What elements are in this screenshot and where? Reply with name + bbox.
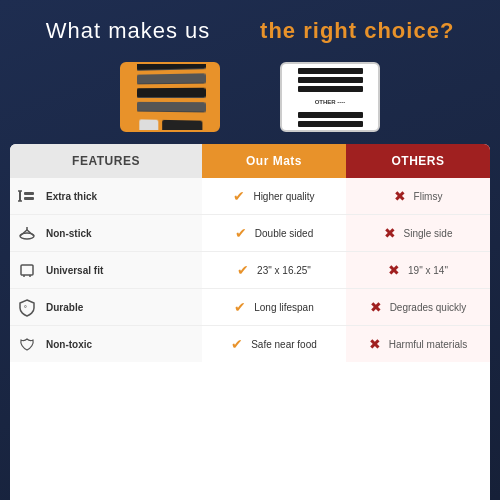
svg-text:°: ° xyxy=(24,305,27,312)
title-part1: What makes us xyxy=(46,18,211,43)
svg-rect-3 xyxy=(24,192,34,195)
check-icon: ✔ xyxy=(234,299,246,315)
thick-icon xyxy=(16,185,38,207)
th-others: OTHERS xyxy=(346,144,490,178)
main-container: What makes us the right choice? xyxy=(0,0,500,500)
other-stack: OTHER ---- xyxy=(298,68,363,127)
check-icon: ✔ xyxy=(231,336,243,352)
feature-label: Universal fit xyxy=(46,265,103,276)
feature-label: Non-toxic xyxy=(46,339,92,350)
other-value-text: 19" x 14" xyxy=(408,265,448,276)
feature-cell-0: Extra thick xyxy=(10,178,202,215)
table-row: Extra thick ✔ Higher quality ✖ Flimsy xyxy=(10,178,490,215)
feature-label: Non-stick xyxy=(46,228,92,239)
other-value-3: ✖ Degrades quickly xyxy=(346,289,490,326)
svg-rect-7 xyxy=(21,265,33,275)
header-section: What makes us the right choice? xyxy=(0,0,500,54)
nontoxic-icon xyxy=(16,333,38,355)
feature-label: Durable xyxy=(46,302,83,313)
durable-icon: ° xyxy=(16,296,38,318)
other-value-text: Harmful materials xyxy=(389,339,467,350)
th-features: FEATURES xyxy=(10,144,202,178)
our-value-text: 23" x 16.25" xyxy=(257,265,311,276)
nonstick-icon xyxy=(16,222,38,244)
feature-label: Extra thick xyxy=(46,191,97,202)
cross-icon: ✖ xyxy=(394,188,406,204)
other-value-4: ✖ Harmful materials xyxy=(346,326,490,363)
cross-icon: ✖ xyxy=(370,299,382,315)
other-layer-4 xyxy=(298,112,363,118)
other-layer-2 xyxy=(298,77,363,83)
other-value-0: ✖ Flimsy xyxy=(346,178,490,215)
check-icon: ✔ xyxy=(233,188,245,204)
feature-cell-2: Universal fit xyxy=(10,252,202,289)
feature-cell-4: Non-toxic xyxy=(10,326,202,363)
other-value-1: ✖ Single side xyxy=(346,215,490,252)
our-product-image xyxy=(120,62,220,132)
feature-cell-1: Non-stick xyxy=(10,215,202,252)
our-value-text: Safe near food xyxy=(251,339,317,350)
other-product-image: OTHER ---- xyxy=(280,62,380,132)
header-title: What makes us the right choice? xyxy=(20,18,480,44)
universal-icon xyxy=(16,259,38,281)
svg-rect-4 xyxy=(24,197,34,200)
images-row: OTHER ---- xyxy=(0,54,500,144)
table-row: ° Durable ✔ Long lifespan ✖ Degrades qui… xyxy=(10,289,490,326)
other-value-text: Flimsy xyxy=(414,191,443,202)
table-header-row: FEATURES Our Mats OTHERS xyxy=(10,144,490,178)
table-row: Non-toxic ✔ Safe near food ✖ Harmful mat… xyxy=(10,326,490,363)
our-value-1: ✔ Double sided xyxy=(202,215,346,252)
our-value-2: ✔ 23" x 16.25" xyxy=(202,252,346,289)
mat-layer-2 xyxy=(137,73,206,84)
our-value-3: ✔ Long lifespan xyxy=(202,289,346,326)
check-icon: ✔ xyxy=(235,225,247,241)
comparison-table: FEATURES Our Mats OTHERS Extra thick ✔ H… xyxy=(10,144,490,362)
title-highlight: the right choice? xyxy=(260,18,454,43)
our-value-0: ✔ Higher quality xyxy=(202,178,346,215)
table-row: Non-stick ✔ Double sided ✖ Single side xyxy=(10,215,490,252)
check-icon: ✔ xyxy=(237,262,249,278)
other-value-2: ✖ 19" x 14" xyxy=(346,252,490,289)
our-value-text: Double sided xyxy=(255,228,313,239)
table-row: Universal fit ✔ 23" x 16.25" ✖ 19" x 14" xyxy=(10,252,490,289)
mat-layer-1 xyxy=(137,62,206,71)
other-layer-5 xyxy=(298,121,363,127)
other-layer-1 xyxy=(298,68,363,74)
our-value-text: Long lifespan xyxy=(254,302,314,313)
mat-layer-3 xyxy=(137,88,206,98)
our-value-text: Higher quality xyxy=(253,191,314,202)
mat-layer-4 xyxy=(137,102,206,113)
feature-cell-3: ° Durable xyxy=(10,289,202,326)
our-value-4: ✔ Safe near food xyxy=(202,326,346,363)
other-layer-3 xyxy=(298,86,363,92)
cross-icon: ✖ xyxy=(369,336,381,352)
cross-icon: ✖ xyxy=(384,225,396,241)
other-label: OTHER ---- xyxy=(298,95,363,109)
other-value-text: Single side xyxy=(404,228,453,239)
other-value-text: Degrades quickly xyxy=(390,302,467,313)
cross-icon: ✖ xyxy=(388,262,400,278)
th-ours: Our Mats xyxy=(202,144,346,178)
mat-stack xyxy=(137,62,206,132)
comparison-table-wrapper: FEATURES Our Mats OTHERS Extra thick ✔ H… xyxy=(10,144,490,500)
